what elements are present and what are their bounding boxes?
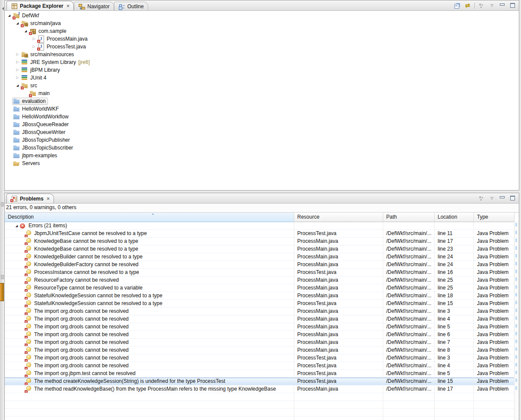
problem-row[interactable]: KnowledgeBase cannot be resolved to a ty… [5,245,519,253]
resource-cell: ProcessMain.java [294,315,383,323]
tree-item[interactable]: ▷JUnit 4 [5,74,519,82]
tree-item-label: Servers [22,160,40,166]
expanded-arrow-icon[interactable]: ◢ [15,82,20,89]
problems-group-row[interactable]: ◢Errors (21 items) [5,222,519,230]
view-menu-dots-icon[interactable] [478,195,485,202]
expanded-arrow-icon[interactable]: ◢ [14,222,19,230]
view-menu-dots-icon[interactable] [478,2,485,9]
resource-cell: ProcessMain.java [294,245,383,253]
collapsed-arrow-icon[interactable]: ▷ [15,51,20,58]
view-menu-arrow-icon[interactable]: ▽ [488,195,496,202]
tree-item-content: JUnit 4 [20,74,48,82]
tree-item-label: evaluation [22,98,46,104]
minimize-icon[interactable] [499,195,506,202]
tree-item[interactable]: JBossQueueWriter [5,128,519,136]
close-icon[interactable]: ✕ [47,197,50,201]
bulb-icon [25,316,32,323]
problem-row[interactable]: The import org.drools cannot be resolved… [5,315,519,323]
maximize-icon[interactable] [509,2,516,9]
problem-row[interactable]: The import org.drools cannot be resolved… [5,354,519,362]
problem-row[interactable]: KnowledgeBuilderFactory cannot be resolv… [5,261,519,269]
column-header-location[interactable]: Location [435,213,474,222]
tree-item[interactable]: HelloWorldWorkflow [5,113,519,121]
tree-item[interactable]: Servers [5,159,519,167]
resource-cell: ProcessTest.java [294,362,383,370]
library-icon [21,74,28,81]
tree-item[interactable]: JBossTopicSubscriber [5,144,519,152]
tree-item[interactable]: ▷jBPM Library [5,66,519,74]
bulb-icon [25,331,32,338]
problem-row[interactable]: The import org.drools cannot be resolved… [5,339,519,347]
problem-row[interactable]: KnowledgeBuilder cannot be resolved to a… [5,253,519,261]
tree-item-label: jBPM Library [30,67,60,73]
tree-item[interactable]: HelloWorldWKF [5,105,519,113]
problem-row[interactable]: ProcessInstance cannot be resolved to a … [5,269,519,277]
tree-item[interactable]: ▷src/main/resources [5,51,519,58]
tree-item[interactable]: ◢com.sample [5,27,519,35]
folder-icon [13,105,20,112]
collapsed-arrow-icon[interactable]: ▷ [31,43,37,51]
tree-item[interactable]: JBossQueueReader [5,121,519,128]
tree-item[interactable]: ▷JRE System Library[jre6] [5,58,519,66]
scroll-row-mark [515,347,517,351]
collapsed-arrow-icon[interactable]: ▷ [15,66,20,74]
problem-row[interactable]: The import org.jbpm.test cannot be resol… [5,370,519,378]
tree-item[interactable]: main [5,89,519,97]
path-cell: /DefWkf/src/main/... [383,261,435,269]
maximize-icon[interactable] [509,195,516,202]
problem-row[interactable]: The import org.drools cannot be resolved… [5,362,519,370]
close-icon[interactable]: ✕ [67,4,70,8]
problem-row[interactable]: The import org.drools cannot be resolved… [5,347,519,354]
minimized-view-handle[interactable] [0,283,4,301]
tree-item[interactable]: evaluation [5,97,519,105]
expanded-arrow-icon[interactable]: ◢ [6,12,12,19]
problems-scrollbar[interactable] [514,221,519,420]
problem-row[interactable]: StatefulKnowledgeSession cannot be resol… [5,292,519,300]
scroll-row-mark [515,340,517,343]
column-header-resource[interactable]: Resource [294,213,383,222]
description-cell: The import org.drools cannot be resolved [5,354,294,362]
problem-row[interactable]: KnowledgeBase cannot be resolved to a ty… [5,238,519,245]
link-with-editor-icon[interactable]: ⇄ [464,2,471,9]
bulb-icon [25,293,32,299]
view-menu-arrow-icon[interactable]: ▽ [488,2,496,9]
tree-item[interactable]: ▷JProcessMain.java [5,35,519,43]
tree-item[interactable]: ◢src [5,82,519,89]
problem-row[interactable]: The import org.drools cannot be resolved… [5,308,519,315]
expanded-arrow-icon[interactable]: ◢ [23,27,29,35]
scroll-row-mark [515,316,517,320]
expanded-arrow-icon[interactable]: ◢ [15,19,20,27]
problem-row[interactable]: The import org.drools cannot be resolved… [5,331,519,339]
folder-tan-icon [21,82,28,89]
collapsed-arrow-icon[interactable]: ▷ [31,35,37,43]
column-header-path[interactable]: Path [383,213,435,222]
collapse-sash-arrow-icon[interactable] [0,7,4,10]
tab-outline[interactable]: Outline [114,2,148,10]
empty-row [5,409,519,417]
problem-row[interactable]: ResourceType cannot be resolved to a var… [5,284,519,292]
package-tree: ◢JDefWkf◢src/main/java◢com.sample▷JProce… [5,11,519,167]
column-header-description[interactable]: Description [5,213,294,222]
collapsed-arrow-icon[interactable]: ▷ [15,58,20,66]
minimize-icon[interactable] [499,2,506,9]
tree-item-label: JBossTopicSubscriber [22,145,73,151]
collapsed-arrow-icon[interactable]: ▷ [15,74,20,82]
problem-row[interactable]: ResourceFactory cannot be resolvedProces… [5,277,519,284]
tree-item[interactable]: ◢JDefWkf [5,12,519,19]
tree-item[interactable]: ◢src/main/java [5,19,519,27]
tree-item[interactable]: JBossTopicPublisher [5,136,519,144]
navigator-icon [78,3,85,10]
tree-item-content: src/main/java [20,20,63,27]
problem-row[interactable]: JbpmJUnitTestCase cannot be resolved to … [5,230,519,238]
problem-row[interactable]: StatefulKnowledgeSession cannot be resol… [5,300,519,308]
tab-package-explorer[interactable]: Package Explorer ✕ [6,1,74,10]
tab-problems[interactable]: Problems ✕ [6,194,54,203]
problem-row[interactable]: The import org.drools cannot be resolved… [5,323,519,331]
tree-item[interactable]: jbpm-examples [5,152,519,159]
problem-row[interactable]: The method readKnowledgeBase() from the … [5,385,519,393]
collapse-all-icon[interactable] [454,2,461,9]
problem-row[interactable]: The method createKnowledgeSession(String… [5,378,519,385]
column-header-type[interactable]: Type [474,213,515,222]
tab-navigator[interactable]: Navigator [74,2,114,10]
tree-item[interactable]: ▷JProcessTest.java [5,43,519,51]
